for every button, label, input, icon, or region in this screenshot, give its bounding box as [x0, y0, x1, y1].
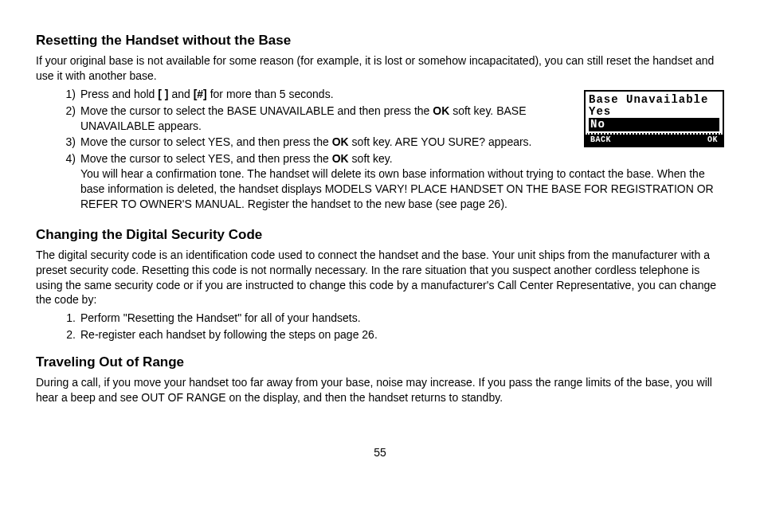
list-item: Move the cursor to select YES, and then …: [58, 151, 724, 212]
text: Move the cursor to select YES, and then …: [80, 135, 332, 148]
heading-security-code: Changing the Digital Security Code: [36, 226, 724, 244]
key-label: [#]: [194, 88, 207, 100]
section-security-code: Changing the Digital Security Code The d…: [36, 226, 724, 342]
list-security-code: Perform "Resetting the Handset" for all …: [36, 311, 724, 342]
list-item: Move the cursor to select YES, and then …: [58, 135, 724, 150]
heading-out-of-range: Traveling Out of Range: [36, 354, 724, 372]
text: You will hear a confirmation tone. The h…: [80, 167, 714, 210]
text: Press and hold: [80, 88, 158, 100]
key-label: [ ]: [158, 88, 168, 100]
text: for more than 5 seconds.: [207, 88, 334, 100]
section-out-of-range: Traveling Out of Range During a call, if…: [36, 354, 724, 405]
page-number: 55: [36, 445, 724, 460]
key-label: OK: [433, 104, 449, 117]
text: Move the cursor to select YES, and then …: [80, 152, 332, 165]
text: soft key. ARE YOU SURE? appears.: [349, 135, 532, 148]
key-label: OK: [332, 135, 349, 148]
key-label: OK: [332, 152, 349, 165]
intro-out-of-range: During a call, if you move your handset …: [36, 375, 724, 405]
text: Re-register each handset by following th…: [80, 328, 378, 341]
list-item: Perform "Resetting the Handset" for all …: [58, 311, 724, 326]
intro-resetting: If your original base is not available f…: [36, 53, 724, 84]
list-item: Move the cursor to select the BASE UNAVA…: [58, 104, 724, 134]
text: soft key.: [349, 152, 393, 165]
intro-security-code: The digital security code is an identifi…: [36, 248, 724, 308]
list-resetting: Press and hold [ ] and [#] for more than…: [36, 87, 724, 212]
heading-resetting: Resetting the Handset without the Base: [36, 32, 724, 50]
text: Perform "Resetting the Handset" for all …: [80, 311, 361, 324]
list-item: Re-register each handset by following th…: [58, 327, 724, 342]
text: and: [169, 88, 194, 100]
text: Move the cursor to select the BASE UNAVA…: [80, 104, 433, 117]
section-resetting: Resetting the Handset without the Base I…: [36, 32, 724, 215]
list-item: Press and hold [ ] and [#] for more than…: [58, 87, 724, 102]
